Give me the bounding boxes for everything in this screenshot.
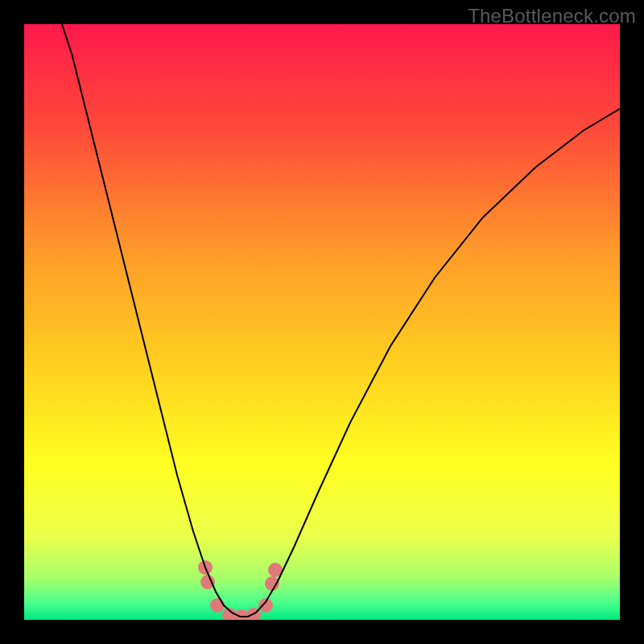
plot-area bbox=[24, 24, 620, 620]
trough-markers bbox=[198, 560, 283, 620]
watermark-label: TheBottleneck.com bbox=[468, 5, 636, 27]
trough-marker bbox=[210, 598, 225, 613]
bottleneck-curve bbox=[62, 24, 620, 617]
curve-layer bbox=[24, 24, 620, 620]
chart-frame: TheBottleneck.com bbox=[0, 0, 644, 644]
trough-marker bbox=[258, 598, 273, 613]
trough-marker bbox=[200, 575, 215, 589]
